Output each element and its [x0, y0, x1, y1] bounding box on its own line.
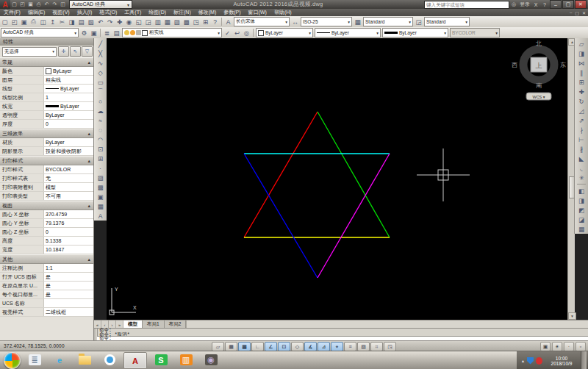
region-icon[interactable]: ▣: [96, 192, 106, 201]
pan-icon[interactable]: ✚: [115, 17, 124, 26]
draworder-above-icon[interactable]: ◩: [576, 205, 587, 215]
insert-block-icon[interactable]: ⊡: [96, 144, 106, 154]
property-value[interactable]: ByLayer: [44, 111, 93, 119]
chamfer-icon[interactable]: ◣: [576, 154, 587, 163]
star-edge-red[interactable]: [244, 112, 318, 237]
plot-preview-icon[interactable]: ◫: [38, 17, 48, 26]
taskbar-s-app[interactable]: S: [150, 352, 172, 368]
linetype-dropdown[interactable]: ByLayer ▾: [315, 28, 381, 37]
workspace-settings-icon[interactable]: ⚙: [79, 28, 89, 37]
property-value[interactable]: ByLayer: [44, 67, 93, 75]
paste-icon[interactable]: ▤: [76, 17, 86, 26]
lineweight-dropdown[interactable]: ByLayer ▾: [382, 28, 448, 37]
workspace-toolbar-dropdown[interactable]: AutoCAD 经典▾: [1, 28, 79, 37]
menu-item-4[interactable]: 格式(O): [96, 9, 121, 16]
polyline-icon[interactable]: ∿: [96, 58, 106, 68]
taskbar-internet-explorer[interactable]: e: [49, 352, 71, 368]
gradient-icon[interactable]: ▩: [96, 182, 106, 192]
show-desktop-button[interactable]: [581, 351, 587, 369]
draworder-annotation-icon[interactable]: ▦: [576, 224, 587, 234]
undo-icon[interactable]: ↶: [96, 17, 105, 26]
property-value[interactable]: ByLayer: [44, 85, 93, 93]
palette-section-header[interactable]: 常规▲: [0, 57, 93, 67]
property-value[interactable]: ByLayer: [44, 138, 93, 146]
text-style-icon[interactable]: A: [223, 17, 233, 26]
menu-item-1[interactable]: 编辑(E): [24, 9, 49, 16]
trim-icon[interactable]: ∤: [576, 125, 587, 135]
doc-restore-button[interactable]: ▢: [575, 10, 579, 15]
sheet-set-icon[interactable]: ▩: [182, 17, 191, 26]
menu-item-7[interactable]: 标注(N): [170, 9, 195, 16]
open-file-icon[interactable]: ◰: [10, 17, 19, 26]
line-icon[interactable]: ╱: [96, 39, 106, 49]
array-icon[interactable]: ⊞: [576, 77, 587, 87]
autocad-logo-icon[interactable]: A: [0, 0, 10, 9]
move-icon[interactable]: ✚: [576, 87, 587, 96]
layer-dropdown[interactable]: 粗实线 ▾: [122, 28, 222, 37]
break-icon[interactable]: ∦: [576, 144, 587, 154]
mirror-icon[interactable]: ⋈: [576, 58, 587, 68]
taskbar-autocad[interactable]: A: [123, 352, 147, 369]
text-style-dropdown[interactable]: 长仿宋体▾: [234, 17, 290, 26]
zoom-previous-icon[interactable]: ◲: [143, 17, 153, 26]
property-value[interactable]: 模型: [44, 183, 93, 191]
ellipse-icon[interactable]: ◌: [96, 125, 106, 135]
selection-type-dropdown[interactable]: 无选择▾: [2, 47, 57, 57]
offset-icon[interactable]: ∥: [576, 68, 587, 77]
circle-icon[interactable]: ○: [96, 96, 106, 106]
select-objects-button[interactable]: ⇖: [70, 46, 81, 57]
make-current-layer-icon[interactable]: ✓: [223, 28, 232, 37]
plot-icon[interactable]: ⎙: [29, 17, 38, 26]
menu-item-3[interactable]: 插入(I): [74, 9, 96, 16]
menu-item-6[interactable]: 绘图(D): [145, 9, 170, 16]
property-value[interactable]: 79.1376: [44, 219, 93, 227]
draworder-front-icon[interactable]: ◧: [576, 186, 587, 196]
taskbar-orange-app[interactable]: ▥: [175, 352, 197, 368]
redo-icon[interactable]: ↷: [105, 17, 115, 26]
table-style-icon[interactable]: ▦: [353, 17, 362, 26]
quickcalc-icon[interactable]: ⊞: [201, 17, 210, 26]
property-value[interactable]: 0: [44, 120, 93, 128]
command-window[interactable]: 命令:命令: *取消* 命令:: [94, 328, 588, 341]
dim-style-icon[interactable]: ↔: [290, 17, 300, 26]
viewcube-east-label[interactable]: 东: [560, 62, 566, 68]
menu-item-11[interactable]: 帮助(H): [270, 9, 295, 16]
hatch-icon[interactable]: ▨: [96, 173, 106, 182]
close-button[interactable]: ✕: [575, 0, 587, 9]
menu-item-9[interactable]: 参数(P): [220, 9, 244, 16]
property-value[interactable]: 370.4759: [44, 210, 93, 218]
properties-icon[interactable]: ▥: [153, 17, 162, 26]
workspace-dropdown[interactable]: AutoCAD 经典 ▾: [69, 0, 132, 9]
plot-icon[interactable]: ⎙: [35, 1, 43, 8]
doc-close-button[interactable]: ✕: [582, 10, 586, 15]
spline-icon[interactable]: ≈: [96, 115, 106, 125]
property-value[interactable]: 是: [44, 290, 93, 298]
markup-icon[interactable]: ◳: [191, 17, 201, 26]
copy-icon[interactable]: ◨: [576, 49, 587, 58]
property-value[interactable]: 10.1847: [44, 246, 93, 254]
property-value[interactable]: 1:1: [44, 264, 93, 272]
property-value[interactable]: 1: [44, 93, 93, 101]
crosshair-cursor[interactable]: [417, 148, 470, 201]
extend-icon[interactable]: ⊢: [576, 135, 587, 144]
menu-item-10[interactable]: 窗口(W): [245, 9, 270, 16]
star-edge-green[interactable]: [318, 112, 390, 237]
help-icon[interactable]: ?: [540, 1, 549, 8]
menu-item-0[interactable]: 文件(F): [0, 9, 24, 16]
property-value[interactable]: 不可用: [44, 192, 93, 200]
drawing-canvas[interactable]: 上 北 南 西 东 WCS ▾ XY: [107, 38, 567, 320]
table-style-dropdown[interactable]: Standard▾: [363, 17, 413, 26]
workspace-save-icon[interactable]: ▣: [89, 28, 98, 37]
cut-icon[interactable]: ✂: [57, 17, 67, 26]
viewcube-south-label[interactable]: 南: [536, 82, 542, 89]
undo-icon[interactable]: ↶: [43, 1, 51, 8]
help-icon[interactable]: ?: [210, 17, 220, 26]
doc-minimize-button[interactable]: –: [570, 10, 572, 15]
scale-icon[interactable]: ◿: [576, 106, 587, 115]
menu-item-5[interactable]: 工具(T): [121, 9, 145, 16]
mleader-style-dropdown[interactable]: Standard▾: [424, 17, 470, 26]
tool-palettes-icon[interactable]: ▨: [172, 17, 182, 26]
layer-isolate-icon[interactable]: ◎: [242, 28, 251, 37]
property-value[interactable]: 5.1338: [44, 237, 93, 245]
property-value[interactable]: BYCOLOR: [44, 165, 93, 173]
